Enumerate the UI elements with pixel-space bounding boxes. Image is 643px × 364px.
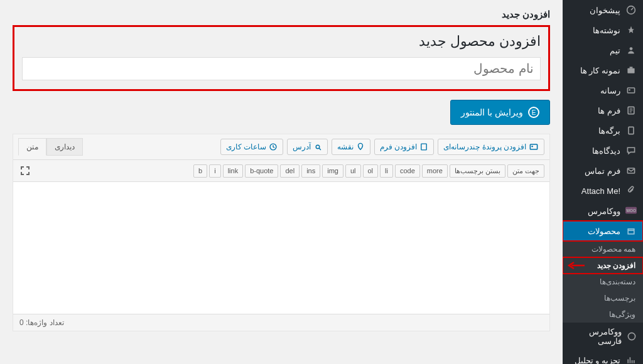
submenu-item[interactable]: برچسب‌ها [563,290,643,306]
products-icon [625,225,637,237]
sidebar-item-contact[interactable]: فرم تماس [563,161,643,181]
address-icon [313,142,322,151]
map-icon [356,142,365,151]
sidebar-item-pin[interactable]: نوشته‌ها [563,20,643,40]
forms-icon [625,105,637,116]
dashboard-icon [625,4,637,16]
meta-button-media[interactable]: افزودن پروندهٔ چندرسانه‌ای [438,139,544,155]
quicktag-i[interactable]: i [209,164,220,178]
sidebar-item-label: دیدگاه‌ها [592,146,620,156]
main-content: افزودن جدید افزودن محصول جدید E ویرایش ب… [0,0,563,364]
sidebar-item-label: فرم تماس [585,166,620,176]
product-title-input[interactable] [22,57,541,80]
submenu-item[interactable]: همه محصولات [563,241,643,257]
content-editor[interactable] [13,182,549,314]
svg-point-14 [531,146,532,147]
submenu-item[interactable]: دسته‌بندی‌ها [563,274,643,290]
arrow-icon [568,261,585,270]
svg-rect-2 [627,68,634,73]
meta-button-label: آدرس [293,142,311,151]
sidebar-item-label: برگه‌ها [598,126,620,136]
quicktag-ol[interactable]: ol [363,164,379,178]
page-header: افزودن جدید [13,0,550,25]
svg-point-1 [630,47,633,50]
sidebar-item-forms[interactable]: فرم ها [563,100,643,120]
meta-button-label: نقشه [337,142,354,151]
svg-point-5 [629,89,630,90]
media-icon [529,142,539,152]
editor-tabs: دیداری متن [18,138,83,156]
quicktag-link[interactable]: link [223,164,244,178]
svg-text:WOO: WOO [626,208,636,213]
pages-icon [625,125,637,136]
quicktag-img[interactable]: img [322,164,343,178]
page-header-title: افزودن جدید [13,9,550,20]
meta-button-label: ساعات کاری [226,142,266,151]
sidebar-item-woo2[interactable]: ووکامرس فارسی [563,323,643,350]
quicktag-more[interactable]: more [422,164,448,178]
sidebar-item-products[interactable]: محصولات [563,221,643,241]
form-icon [419,142,428,151]
meta-button-label: افزودن پروندهٔ چندرسانه‌ای [443,142,526,151]
title-card: افزودن محصول جدید [13,25,550,91]
submenu-item[interactable]: ویژگی‌ها [563,306,643,323]
quicktag-ul[interactable]: ul [345,164,361,178]
sidebar-item-label: ووکامرس [588,206,620,216]
sidebar-item-label: !Attach Me [581,186,620,196]
team-icon [625,45,637,56]
svg-rect-15 [421,144,426,150]
quicktag-del[interactable]: del [280,164,300,178]
quicktag-جهت متن[interactable]: جهت متن [507,164,544,178]
sidebar-item-portfolio[interactable]: نمونه کار ها [563,60,643,80]
sidebar-item-label: فرم ها [598,106,620,115]
meta-button-clock[interactable]: ساعات کاری [220,139,283,155]
sidebar-item-analytics[interactable]: تجزیه و تحلیل [563,350,643,364]
meta-button-form[interactable]: افزودن فرم [374,139,434,155]
quicktag-b[interactable]: b [193,164,207,178]
meta-button-address[interactable]: آدرس [287,139,328,155]
svg-rect-4 [627,88,634,93]
contact-icon [625,165,637,176]
tab-visual[interactable]: دیداری [46,138,83,156]
quicktag-code[interactable]: code [395,164,420,178]
edit-with-elementor-button[interactable]: E ویرایش با المنتور [450,100,550,125]
quicktag-b-quote[interactable]: b-quote [245,164,278,178]
sidebar-item-label: تیم [610,46,620,55]
woo2-icon [627,331,637,342]
sidebar-item-label: تجزیه و تحلیل [575,356,620,365]
sidebar-item-label: نوشته‌ها [593,26,620,35]
quicktag-ins[interactable]: ins [301,164,320,178]
sidebar-item-pages[interactable]: برگه‌ها [563,120,643,141]
svg-point-12 [628,333,635,340]
admin-sidebar: پیشخواننوشته‌هاتیمنمونه کار هارسانهفرم ه… [563,0,643,364]
clock-icon [269,142,278,151]
sidebar-item-dashboard[interactable]: پیشخوان [563,0,643,20]
sidebar-item-attach[interactable]: !Attach Me [563,181,643,201]
woo-icon: WOO [625,205,637,217]
meta-button-label: افزودن فرم [380,142,417,151]
portfolio-icon [625,65,637,76]
svg-rect-11 [628,229,634,234]
svg-rect-13 [530,144,537,149]
sidebar-item-woo[interactable]: WOOووکامرس [563,201,643,221]
sidebar-item-label: رسانه [600,86,620,95]
quicktag-بستن برچسب‌ها[interactable]: بستن برچسب‌ها [450,164,505,178]
sidebar-item-media[interactable]: رسانه [563,80,643,100]
media-icon [625,85,637,96]
sidebar-item-comments[interactable]: دیدگاه‌ها [563,141,643,161]
svg-rect-3 [630,67,633,68]
quicktag-li[interactable]: li [380,164,393,178]
wordcount-value: 0 [19,318,24,327]
svg-rect-7 [629,127,634,134]
page-title: افزودن محصول جدید [22,33,541,50]
editor-box: افزودن پروندهٔ چندرسانه‌ایافزودن فرمنقشه… [13,134,550,331]
fullscreen-icon[interactable] [18,164,32,178]
meta-button-map[interactable]: نقشه [332,139,370,155]
elementor-icon: E [528,107,539,118]
comments-icon [625,145,637,156]
editor-footer: تعداد واژه‌ها: 0 [13,314,549,331]
tab-text[interactable]: متن [18,138,46,156]
sidebar-item-label: پیشخوان [590,6,620,15]
submenu-item[interactable]: افزودن جدید [563,257,643,274]
sidebar-item-team[interactable]: تیم [563,40,643,60]
